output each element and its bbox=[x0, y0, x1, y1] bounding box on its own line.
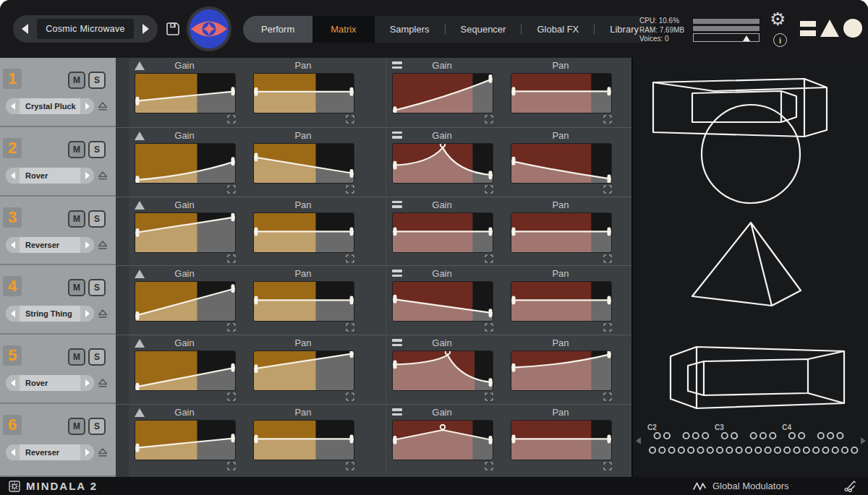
eject-icon[interactable] bbox=[97, 308, 109, 319]
expand-icon[interactable] bbox=[603, 185, 612, 194]
expand-icon[interactable] bbox=[485, 462, 493, 470]
envelope-cell[interactable] bbox=[253, 281, 354, 322]
envelope-cell[interactable] bbox=[511, 420, 612, 460]
preset-selector[interactable]: Rover bbox=[6, 375, 94, 391]
tab-sequencer[interactable]: Sequencer bbox=[446, 16, 522, 43]
mute-button[interactable]: M bbox=[68, 210, 85, 228]
preset-selector[interactable]: Crystal Pluck bbox=[6, 98, 94, 114]
envelope-cell[interactable] bbox=[253, 350, 354, 391]
envelope-cell[interactable] bbox=[135, 143, 236, 184]
expand-icon[interactable] bbox=[485, 185, 493, 194]
expand-icon[interactable] bbox=[346, 185, 354, 194]
preset-next-button[interactable] bbox=[134, 15, 158, 43]
envelope-cell[interactable] bbox=[253, 73, 354, 113]
mute-button[interactable]: M bbox=[68, 72, 85, 89]
preset-prev-button[interactable] bbox=[13, 15, 37, 43]
save-icon[interactable] bbox=[165, 21, 181, 37]
envelope-cell[interactable] bbox=[511, 212, 612, 253]
tab-matrix[interactable]: Matrix bbox=[312, 16, 374, 43]
envelope-cell[interactable] bbox=[253, 420, 354, 460]
preset-selector[interactable]: String Thing bbox=[6, 306, 94, 322]
envelope-cell[interactable] bbox=[253, 143, 354, 184]
eject-icon[interactable] bbox=[97, 377, 109, 389]
solo-button[interactable]: S bbox=[88, 279, 106, 296]
mute-button[interactable]: M bbox=[68, 348, 85, 366]
expand-icon[interactable] bbox=[603, 254, 612, 263]
next-sample-arrow[interactable] bbox=[80, 306, 94, 322]
eject-icon[interactable] bbox=[97, 239, 109, 251]
solo-button[interactable]: S bbox=[88, 348, 106, 366]
envelope-cell[interactable] bbox=[135, 212, 236, 253]
output-meter[interactable] bbox=[693, 19, 760, 42]
preset-selector[interactable]: Reverser bbox=[6, 444, 94, 460]
expand-icon[interactable] bbox=[603, 392, 612, 401]
tab-perform[interactable]: Perform bbox=[243, 16, 312, 43]
solo-button[interactable]: S bbox=[88, 210, 106, 228]
envelope-cell[interactable] bbox=[392, 73, 493, 113]
tab-global-fx[interactable]: Global FX bbox=[522, 16, 594, 43]
next-sample-arrow[interactable] bbox=[80, 444, 94, 460]
expand-icon[interactable] bbox=[227, 115, 236, 124]
eject-icon[interactable] bbox=[97, 170, 109, 181]
solo-button[interactable]: S bbox=[88, 418, 106, 435]
prev-sample-arrow[interactable] bbox=[6, 168, 20, 184]
expand-icon[interactable] bbox=[227, 392, 236, 401]
expand-icon[interactable] bbox=[346, 115, 354, 124]
expand-icon[interactable] bbox=[346, 392, 354, 401]
envelope-cell[interactable] bbox=[392, 212, 493, 253]
expand-icon[interactable] bbox=[603, 323, 612, 332]
expand-icon[interactable] bbox=[346, 254, 354, 263]
envelope-cell[interactable] bbox=[392, 281, 493, 322]
mute-button[interactable]: M bbox=[68, 418, 85, 435]
keyboard-left-arrow[interactable] bbox=[636, 437, 641, 444]
expand-icon[interactable] bbox=[603, 115, 612, 124]
prev-sample-arrow[interactable] bbox=[6, 237, 20, 253]
envelope-cell[interactable] bbox=[392, 350, 493, 391]
preset-name[interactable]: Cosmic Microwave bbox=[37, 19, 134, 39]
preset-selector[interactable]: Reverser bbox=[6, 237, 94, 253]
envelope-cell[interactable] bbox=[392, 143, 493, 184]
expand-icon[interactable] bbox=[485, 254, 493, 263]
expand-icon[interactable] bbox=[485, 115, 493, 124]
next-sample-arrow[interactable] bbox=[80, 98, 94, 114]
envelope-cell[interactable] bbox=[511, 143, 612, 184]
envelope-cell[interactable] bbox=[135, 73, 236, 113]
envelope-cell[interactable] bbox=[253, 212, 354, 253]
expand-icon[interactable] bbox=[603, 462, 612, 470]
expand-icon[interactable] bbox=[485, 323, 493, 332]
prev-sample-arrow[interactable] bbox=[6, 98, 20, 114]
info-icon[interactable]: i bbox=[773, 33, 787, 47]
eject-icon[interactable] bbox=[97, 447, 109, 458]
expand-icon[interactable] bbox=[485, 392, 493, 401]
volume-slider[interactable] bbox=[693, 33, 760, 42]
expand-icon[interactable] bbox=[227, 185, 236, 194]
slider-handle-icon[interactable] bbox=[743, 35, 750, 41]
prev-sample-arrow[interactable] bbox=[6, 306, 20, 322]
tab-samplers[interactable]: Samplers bbox=[375, 16, 445, 43]
preset-selector[interactable]: Rover bbox=[6, 168, 94, 184]
envelope-cell[interactable] bbox=[135, 281, 236, 322]
next-sample-arrow[interactable] bbox=[80, 168, 94, 184]
mute-button[interactable]: M bbox=[68, 141, 85, 158]
expand-icon[interactable] bbox=[227, 462, 236, 470]
eject-icon[interactable] bbox=[97, 100, 109, 112]
next-sample-arrow[interactable] bbox=[80, 237, 94, 253]
solo-button[interactable]: S bbox=[88, 72, 106, 89]
global-modulators-label[interactable]: Global Modulators bbox=[712, 481, 789, 491]
keyboard-right-arrow[interactable] bbox=[861, 437, 866, 444]
expand-icon[interactable] bbox=[227, 323, 236, 332]
envelope-cell[interactable] bbox=[135, 350, 236, 391]
expand-icon[interactable] bbox=[227, 254, 236, 263]
expand-icon[interactable] bbox=[346, 462, 354, 470]
scissors-icon[interactable] bbox=[844, 480, 856, 492]
mute-button[interactable]: M bbox=[68, 279, 85, 296]
expand-icon[interactable] bbox=[346, 323, 354, 332]
next-sample-arrow[interactable] bbox=[80, 375, 94, 391]
gear-icon[interactable]: ⚙ bbox=[770, 9, 786, 30]
envelope-cell[interactable] bbox=[392, 420, 493, 460]
solo-button[interactable]: S bbox=[88, 141, 106, 158]
prev-sample-arrow[interactable] bbox=[6, 444, 20, 460]
envelope-cell[interactable] bbox=[135, 420, 236, 460]
envelope-cell[interactable] bbox=[511, 281, 612, 322]
prev-sample-arrow[interactable] bbox=[6, 375, 20, 391]
